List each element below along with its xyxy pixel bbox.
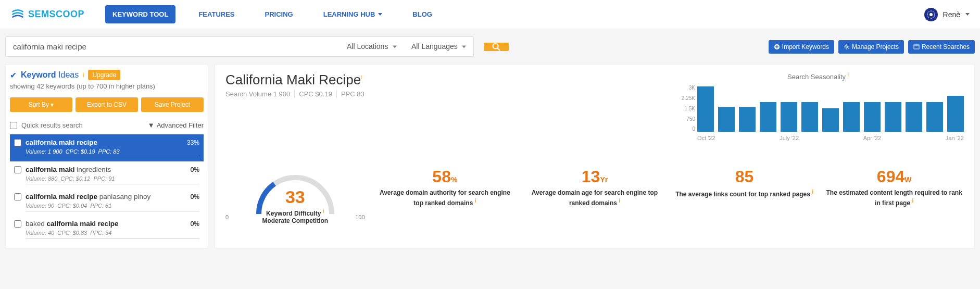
metric-domain-authority: 58% Average domain authority for search … [375,167,515,220]
keyword-name: california maki recipe panlasang pinoy [26,193,186,200]
keyword-input[interactable] [6,37,340,56]
action-buttons: Import Keywords Manage Projects Recent S… [769,40,975,54]
keyword-pct: 33% [187,139,199,146]
export-csv-button[interactable]: Export to CSV [76,97,138,112]
nav-features[interactable]: FEATURES [191,5,242,23]
chart-bar [926,102,943,132]
keyword-title: California Maki Recipei [225,72,672,88]
chart-bar [781,102,797,132]
brand-icon [10,7,25,22]
metrics-row: 33 Keyword Difficulty i Moderate Competi… [225,167,964,220]
save-project-button[interactable]: Save Project [141,97,204,112]
keyword-pct: 0% [191,220,199,228]
svg-rect-6 [914,45,919,49]
info-icon[interactable]: i [83,72,84,78]
location-select[interactable]: All Locations [340,37,404,56]
sidebar-title-1: Keyword [21,70,56,79]
metric-content-length: 694W The estimated content length requir… [824,167,964,220]
chart-bar [906,102,922,132]
keyword-pct: 0% [191,193,199,200]
keyword-meta: Volume: 40 CPC: $0.83 PPC: 34 [26,230,199,238]
recent-searches-button[interactable]: Recent Searches [908,40,975,54]
top-navbar: SEMSCOOP KEYWORD TOOL FEATURES PRICING L… [0,0,980,29]
keyword-checkbox[interactable] [14,220,21,228]
difficulty-sub: Moderate Competition [251,217,340,224]
info-icon[interactable]: i [812,189,813,195]
chart-bar [864,102,881,132]
stat-cpc: CPC $0.19 [295,90,337,98]
keyword-pct: 0% [191,166,199,173]
keyword-checkbox[interactable] [14,166,21,173]
da-unit: % [451,175,457,184]
svg-point-5 [846,46,848,48]
sidebar-title-2: Ideas [58,70,79,79]
brand-logo[interactable]: SEMSCOOP [10,7,84,22]
links-value: 85 [735,167,754,186]
sidebar-header: ✔ Keyword Ideas i Upgrade [10,70,204,80]
keyword-item[interactable]: california maki recipe33%Volume: 1 900 C… [10,134,204,161]
keyword-meta: Volume: 1 900 CPC: $0.19 PPC: 83 [26,148,199,157]
upgrade-button[interactable]: Upgrade [88,70,120,80]
keyword-name: california maki ingredients [26,166,186,173]
plus-circle-icon [774,44,780,50]
info-icon[interactable]: i [475,198,476,204]
main-nav: KEYWORD TOOL FEATURES PRICING LEARNING H… [105,5,439,23]
search-button[interactable] [484,43,509,51]
nav-pricing[interactable]: PRICING [258,5,300,23]
stat-ppc: PPC 83 [337,90,369,98]
difficulty-gauge: 33 Keyword Difficulty i Moderate Competi… [251,167,340,214]
keyword-meta: Volume: 880 CPC: $0.12 PPC: 91 [26,175,199,184]
keyword-stats: Search Volume 1 900CPC $0.19PPC 83 [225,90,672,98]
keyword-item[interactable]: baked california maki recipe0%Volume: 40… [10,216,204,243]
user-name: Renè [943,10,960,19]
da-label: Average domain authority for search engi… [375,189,515,208]
window-icon [913,44,920,50]
sort-by-button[interactable]: Sort By ▾ [10,97,72,112]
chart-title: Search Seasonality i [672,72,964,81]
manage-projects-button[interactable]: Manage Projects [838,40,904,54]
info-icon[interactable]: i [361,74,362,80]
content-header: California Maki Recipei Search Volume 1 … [225,72,964,141]
chart-bar [739,107,756,132]
chart-xaxis: Oct '22July '22Apr '22Jan '22 [672,135,964,141]
words-label: The estimated content length required to… [824,189,964,208]
import-keywords-button[interactable]: Import Keywords [769,40,834,54]
select-all-checkbox[interactable] [10,122,17,129]
quick-search-input[interactable] [21,121,144,129]
svg-point-1 [929,13,933,16]
chart-bar [885,102,901,132]
da-value: 58 [432,167,451,186]
info-icon[interactable]: i [323,208,324,214]
user-menu[interactable]: Renè [924,8,970,21]
chart-bar [801,102,818,132]
advanced-filter-button[interactable]: ▼Advanced Filter [148,121,204,129]
nav-learning-hub[interactable]: LEARNING HUB [316,5,390,23]
language-select[interactable]: All Languages [404,37,473,56]
nav-keyword-tool[interactable]: KEYWORD TOOL [105,5,175,23]
info-icon[interactable]: i [619,198,620,204]
content-panel: California Maki Recipei Search Volume 1 … [215,64,975,248]
age-label: Average domain age for search engine top… [525,189,664,208]
search-icon [492,43,500,51]
keyword-checkbox[interactable] [14,193,21,200]
keyword-item[interactable]: california maki ingredients0%Volume: 880… [10,161,204,189]
keyword-meta: Volume: 90 CPC: $0.04 PPC: 81 [26,203,199,211]
keyword-item[interactable]: california maki recipe panlasang pinoy0%… [10,189,204,216]
brand-text: SEMSCOOP [28,9,84,20]
sidebar-buttons: Sort By ▾ Export to CSV Save Project [10,97,204,112]
stat-volume: Search Volume 1 900 [225,90,295,98]
age-value: 13 [582,167,600,186]
words-unit: W [904,175,911,184]
info-icon[interactable]: i [848,72,849,78]
svg-point-2 [493,43,498,48]
user-avatar-icon [924,8,938,21]
svg-line-3 [498,48,500,51]
info-icon[interactable]: i [912,198,913,204]
keyword-checkbox[interactable] [14,139,21,146]
nav-blog[interactable]: BLOG [405,5,439,23]
difficulty-label: Keyword Difficulty i [251,208,340,217]
sidebar-subtext: showing 42 keywords (up to 700 in higher… [10,82,204,90]
metric-domain-age: 13Yr Average domain age for search engin… [525,167,664,220]
chart-bar [760,102,776,132]
chart-bar [843,102,860,132]
